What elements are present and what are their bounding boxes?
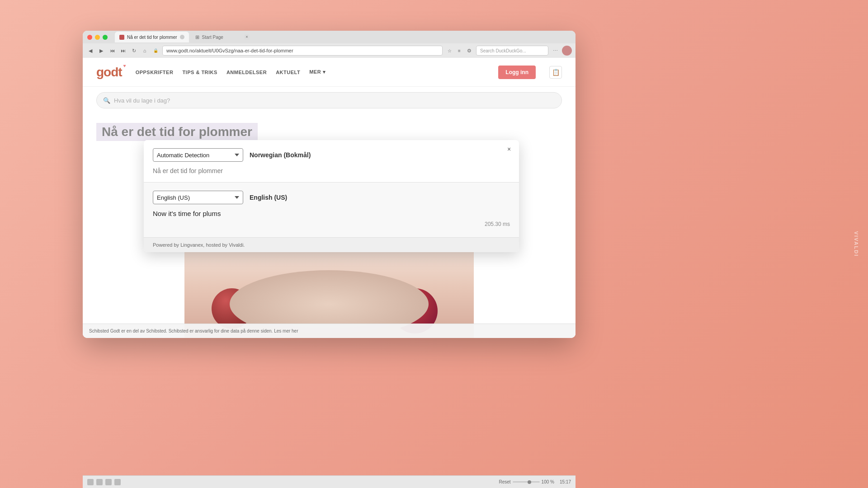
first-button[interactable]: ⏮ (108, 47, 116, 55)
search-input-placeholder: Hva vil du lage i dag? (114, 97, 170, 104)
forward-button[interactable]: ▶ (97, 47, 105, 55)
zoom-bar[interactable] (513, 481, 540, 483)
reset-zoom-label[interactable]: Reset (499, 479, 510, 484)
search-icon: 🔍 (103, 97, 110, 104)
bottom-bar: Schibsted Godt er en del av Schibsted. S… (83, 324, 576, 338)
target-row: English (US) Norwegian (Bokmål) Danish S… (153, 191, 510, 204)
home-button[interactable]: ⌂ (141, 47, 149, 55)
source-text: Nå er det tid for plommer (153, 166, 510, 176)
clipboard-icon[interactable]: 📋 (549, 66, 562, 79)
sidebar-toggle-icon[interactable] (87, 479, 94, 485)
more-options-icon[interactable]: ⋯ (551, 47, 559, 55)
vivaldi-brand: VIVALDI (854, 231, 859, 257)
browser-chrome: Nå er det tid for plommer ⊞ Start Page ✕… (83, 31, 576, 58)
site-header: godt♥ OPPSKRIFTER TIPS & TRIKS ANMELDELS… (83, 58, 576, 87)
nav-mer[interactable]: MER ▾ (309, 69, 326, 75)
tab-startpage[interactable]: ⊞ Start Page ✕ (191, 32, 254, 42)
tab-startpage-close[interactable]: ✕ (244, 34, 250, 40)
page-title: Nå er det tid for plommer (102, 125, 252, 139)
reader-icon[interactable]: ≡ (455, 47, 463, 55)
powered-by-text: Powered by Lingvanex, hosted by Vivaldi. (153, 242, 245, 248)
minimize-window-button[interactable] (95, 35, 100, 40)
login-button[interactable]: Logg inn (498, 66, 536, 79)
back-button[interactable]: ◀ (86, 47, 94, 55)
download-icon[interactable] (114, 479, 121, 485)
page-content: godt♥ OPPSKRIFTER TIPS & TRIKS ANMELDELS… (83, 58, 576, 338)
modal-target-section: English (US) Norwegian (Bokmål) Danish S… (144, 183, 519, 237)
target-language-select[interactable]: English (US) Norwegian (Bokmål) Danish S… (153, 191, 243, 204)
schibsted-text: Schibsted Godt er en del av Schibsted. S… (89, 328, 298, 333)
fullscreen-window-button[interactable] (103, 35, 108, 40)
browser-window: Nå er det tid for plommer ⊞ Start Page ✕… (83, 31, 576, 338)
search-placeholder-text: Search DuckDuckGo... (480, 48, 526, 53)
target-detected-lang: English (US) (250, 194, 287, 201)
target-text: Now it's time for plums (153, 209, 510, 219)
tab-active[interactable]: Nå er det tid for plommer (115, 32, 189, 42)
browser-bottom-bar: Reset 100 % 15:17 (83, 475, 576, 488)
time-display: 15:17 (560, 479, 571, 484)
address-bar-row: ◀ ▶ ⏮ ⏭ ↻ ⌂ 🔒 www.godt.no/aktuelt/U0GvSz… (83, 43, 576, 58)
modal-footer: Powered by Lingvanex, hosted by Vivaldi. (144, 237, 519, 252)
source-row: Automatic Detection Norwegian (Bokmål) E… (153, 148, 510, 162)
tab-startpage-label: Start Page (202, 35, 223, 40)
panel-icon[interactable] (96, 479, 103, 485)
zoom-percent: 100 % (542, 479, 554, 484)
nav-tips[interactable]: TIPS & TRIKS (182, 70, 217, 75)
last-button[interactable]: ⏭ (119, 47, 127, 55)
search-bar[interactable]: 🔍 Hva vil du lage i dag? (96, 92, 562, 108)
translation-timing: 205.30 ms (153, 219, 510, 231)
tab-label: Nå er det tid for plommer (127, 35, 177, 40)
search-field[interactable]: Search DuckDuckGo... (476, 46, 548, 56)
lock-icon: 🔒 (151, 47, 160, 55)
search-bar-wrapper: 🔍 Hva vil du lage i dag? (83, 87, 576, 114)
nav-anmeldelser[interactable]: ANMELDELSER (226, 70, 267, 75)
bookmark-icon[interactable]: ☆ (445, 47, 453, 55)
site-nav: OPPSKRIFTER TIPS & TRIKS ANMELDELSER AKT… (136, 69, 485, 75)
nav-aktuelt[interactable]: AKTUELT (276, 70, 300, 75)
address-field[interactable]: www.godt.no/aktuelt/U0GvSzg/naa-er-det-t… (162, 46, 443, 56)
url-text: www.godt.no/aktuelt/U0GvSzg/naa-er-det-t… (166, 48, 293, 53)
tab-close-button[interactable] (180, 35, 184, 39)
refresh-button[interactable]: ↻ (130, 47, 138, 55)
source-language-select[interactable]: Automatic Detection Norwegian (Bokmål) E… (153, 148, 243, 162)
logo-heart-icon: ♥ (123, 63, 126, 68)
modal-source-section: Automatic Detection Norwegian (Bokmål) E… (144, 140, 519, 182)
settings-icon[interactable]: ⚙ (465, 47, 473, 55)
close-window-button[interactable] (87, 35, 92, 40)
zoom-control: Reset 100 % 15:17 (499, 479, 571, 484)
tab-favicon (119, 35, 124, 40)
zoom-thumb (528, 480, 531, 484)
page-title-background: Nå er det tid for plommer (96, 123, 258, 141)
modal-close-button[interactable]: × (505, 145, 514, 154)
source-detected-lang: Norwegian (Bokmål) (250, 151, 311, 159)
nav-oppskrifter[interactable]: OPPSKRIFTER (136, 70, 174, 75)
site-logo: godt♥ (96, 65, 122, 80)
browser-titlebar: Nå er det tid for plommer ⊞ Start Page ✕ (83, 31, 576, 43)
translation-modal[interactable]: × Automatic Detection Norwegian (Bokmål)… (144, 140, 519, 252)
avatar[interactable] (562, 46, 572, 56)
notes-icon[interactable] (105, 479, 112, 485)
